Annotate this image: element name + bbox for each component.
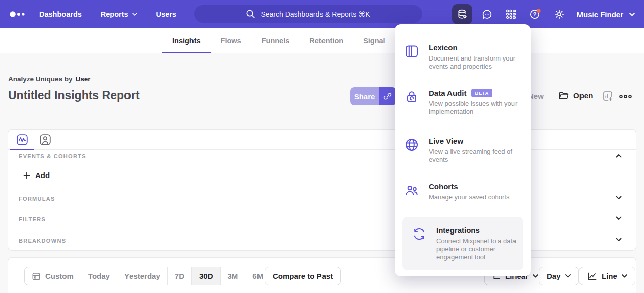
formulas-expand-button[interactable] xyxy=(616,196,622,200)
menu-item-title: Data Audit BETA xyxy=(429,89,532,97)
mixpanel-app: Dashboards Reports Users Search Dashboar… xyxy=(0,0,644,293)
nav-dashboards[interactable]: Dashboards xyxy=(39,10,82,18)
breakdowns-expand-button[interactable] xyxy=(616,238,622,242)
range-7d[interactable]: 7D xyxy=(168,267,192,285)
mixpanel-logo-icon[interactable] xyxy=(9,11,26,18)
range-30d[interactable]: 30D xyxy=(192,267,221,285)
svg-text:?: ? xyxy=(533,11,536,17)
data-management-button[interactable] xyxy=(452,4,472,24)
help-button[interactable]: ? xyxy=(525,4,545,24)
folder-icon xyxy=(558,91,569,100)
menu-item-title-text: Data Audit xyxy=(429,89,466,97)
search-icon xyxy=(246,9,255,19)
person-icon xyxy=(39,134,51,146)
interval-label: Day xyxy=(547,272,561,280)
formulas-section-label: FORMULAS xyxy=(19,196,55,202)
add-event-button[interactable]: Add xyxy=(23,171,50,180)
menu-item-title: Live View xyxy=(429,137,532,145)
menu-item-lexicon[interactable]: Lexicon Document and transform your even… xyxy=(405,43,523,71)
chevron-down-icon xyxy=(565,274,571,278)
range-yesterday[interactable]: Yesterday xyxy=(117,267,168,285)
line-chart-icon xyxy=(587,272,597,281)
tab-retention[interactable]: Retention xyxy=(299,28,353,53)
chevron-down-icon xyxy=(132,13,137,16)
search-input[interactable]: Search Dashboards & Reports ⌘K xyxy=(194,5,422,23)
users-view-tab[interactable] xyxy=(39,134,51,146)
menu-item-cohorts[interactable]: Cohorts Manage your saved cohorts xyxy=(405,182,523,201)
divider xyxy=(8,230,636,230)
filters-expand-button[interactable] xyxy=(616,216,622,220)
tab-flows[interactable]: Flows xyxy=(211,28,251,53)
more-options-button[interactable] xyxy=(619,94,632,99)
divider xyxy=(8,188,636,188)
chart-type-label: Line xyxy=(602,272,617,280)
tab-insights[interactable]: Insights xyxy=(162,28,211,53)
search-placeholder: Search Dashboards & Reports ⌘K xyxy=(261,10,370,18)
database-gear-icon xyxy=(457,9,468,20)
settings-button[interactable] xyxy=(549,4,569,24)
chart-type-dropdown[interactable]: Line xyxy=(579,267,635,285)
chevron-down-icon xyxy=(616,196,622,200)
add-to-dashboard-button[interactable] xyxy=(602,91,613,102)
menu-item-description: Document and transform your events and p… xyxy=(429,54,516,71)
report-tabbar: Insights Flows Funnels Retention Signal … xyxy=(0,28,644,53)
interval-dropdown[interactable]: Day xyxy=(539,267,579,285)
nav-users[interactable]: Users xyxy=(156,10,176,18)
menu-item-description: View a live streaming feed of events xyxy=(429,148,532,164)
apps-grid-button[interactable] xyxy=(501,4,521,24)
builder-view-tabs xyxy=(8,130,636,150)
active-tab-underline xyxy=(10,149,34,150)
menu-item-data-audit[interactable]: Data Audit BETA View possible issues wit… xyxy=(405,89,523,116)
chevron-down-icon xyxy=(533,274,538,278)
add-label: Add xyxy=(35,171,50,180)
metrics-view-tab[interactable] xyxy=(16,134,28,146)
filters-section-label: FILTERS xyxy=(19,216,46,222)
date-range-control: Custom Today Yesterday 7D 30D 3M 6M 12M xyxy=(24,267,300,285)
integrations-icon xyxy=(412,226,427,270)
tab-signal[interactable]: Signal xyxy=(353,28,396,53)
live-view-icon xyxy=(405,137,420,164)
feedback-button[interactable] xyxy=(477,4,497,24)
report-title[interactable]: Untitled Insights Report xyxy=(8,89,140,102)
divider xyxy=(8,209,636,209)
menu-item-live-view[interactable]: Live View View a live streaming feed of … xyxy=(405,137,523,164)
tab-funnels[interactable]: Funnels xyxy=(251,28,300,53)
link-icon xyxy=(383,92,392,101)
query-builder-panel: EVENTS & COHORTS Add FORMULAS FILTERS BR… xyxy=(8,129,636,251)
project-switcher[interactable]: Music Finder xyxy=(576,0,635,28)
menu-item-title: Cohorts xyxy=(429,182,532,191)
chart-plus-icon xyxy=(602,91,613,102)
project-name: Music Finder xyxy=(576,10,623,19)
menu-item-integrations[interactable]: Integrations Connect Mixpanel to a data … xyxy=(402,217,523,270)
gear-icon xyxy=(554,9,565,20)
context-prefix: Analyze Uniques by xyxy=(8,75,73,83)
data-management-menu: Lexicon Document and transform your even… xyxy=(395,24,531,276)
range-today[interactable]: Today xyxy=(81,267,117,285)
range-custom[interactable]: Custom xyxy=(25,267,81,285)
range-custom-label: Custom xyxy=(45,272,74,280)
nav-reports[interactable]: Reports xyxy=(101,10,137,18)
report-tabs: Insights Flows Funnels Retention Signal … xyxy=(162,28,420,53)
chevron-down-icon xyxy=(622,274,627,278)
menu-item-description: View possible issues with your implement… xyxy=(429,100,532,116)
copy-link-button[interactable] xyxy=(379,87,396,105)
lexicon-icon xyxy=(405,43,420,71)
range-3m[interactable]: 3M xyxy=(221,267,246,285)
events-collapse-button[interactable] xyxy=(616,154,622,158)
help-icon: ? xyxy=(529,8,541,20)
compare-to-past-button[interactable]: Compare to Past xyxy=(265,267,341,285)
cohorts-icon xyxy=(405,182,420,201)
events-section-label: EVENTS & COHORTS xyxy=(19,153,86,159)
context-value[interactable]: User xyxy=(76,75,91,83)
chevron-down-icon xyxy=(616,216,622,220)
report-context: Analyze Uniques byUser xyxy=(8,75,91,83)
nav-dashboards-label: Dashboards xyxy=(39,10,82,18)
share-button[interactable]: Share xyxy=(350,87,379,105)
breakdowns-section-label: BREAKDOWNS xyxy=(19,238,66,244)
nav-users-label: Users xyxy=(156,10,176,18)
message-bubble-icon xyxy=(481,9,493,20)
open-report-button[interactable]: Open xyxy=(558,91,593,100)
divider xyxy=(597,150,597,250)
apps-grid-icon xyxy=(505,9,517,20)
plus-icon xyxy=(23,172,30,179)
